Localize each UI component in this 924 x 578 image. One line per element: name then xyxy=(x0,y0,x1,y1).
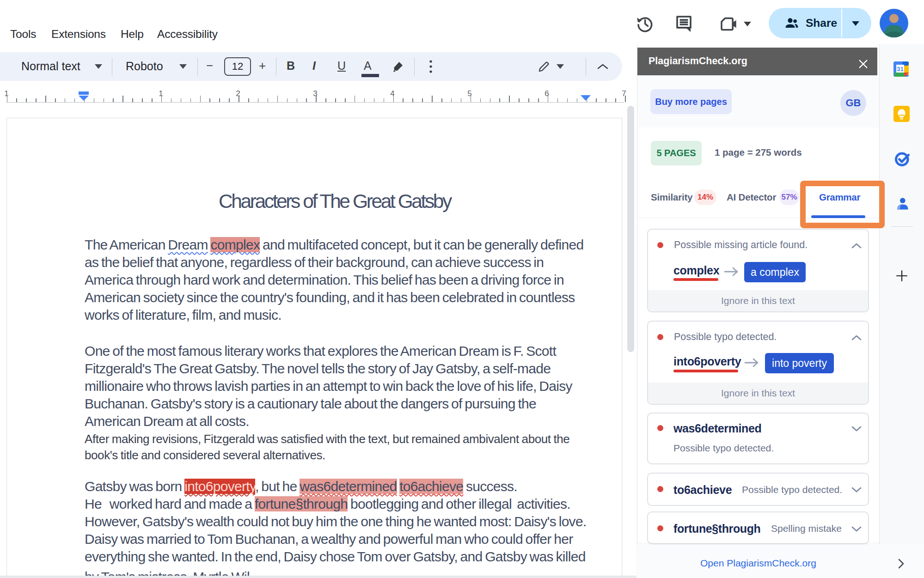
svg-text:31: 31 xyxy=(897,66,904,73)
